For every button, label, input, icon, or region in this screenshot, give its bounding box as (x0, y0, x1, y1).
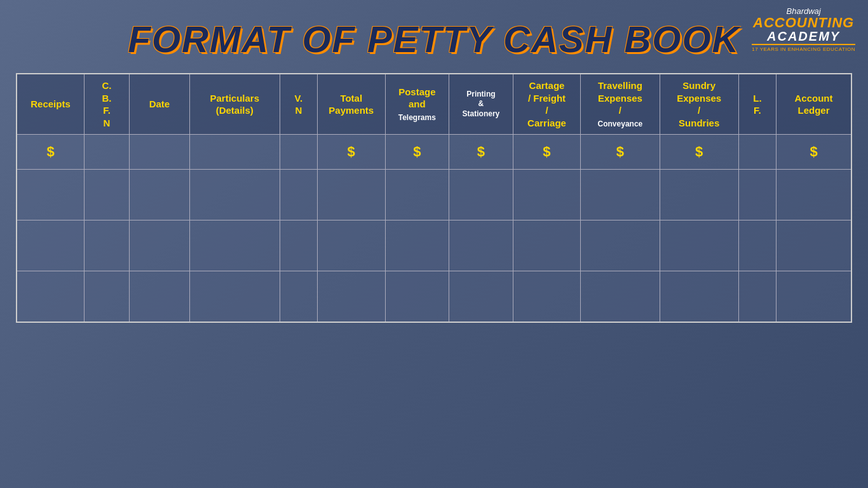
cell-total-dollar: $ (317, 135, 385, 170)
cell-lf-dollar (738, 135, 776, 170)
cell-postage-dollar: $ (385, 135, 449, 170)
table-row-empty-3 (17, 271, 851, 322)
logo-accounting: ACCOUNTING (752, 16, 855, 30)
col-header-sundry: SundryExpenses/Sundries (660, 74, 738, 135)
cell-empty (660, 271, 738, 322)
cell-empty (189, 170, 280, 220)
col-header-lf: L.F. (738, 74, 776, 135)
col-header-receipts: Receipts (17, 74, 85, 135)
petty-cash-table: Receipts C.B.F.N Date Particulars(Detail… (16, 73, 852, 323)
col-header-printing: Printing&Stationery (449, 74, 513, 135)
cell-empty (513, 170, 581, 220)
col-header-cbfn: C.B.F.N (85, 74, 130, 135)
cell-empty (317, 170, 385, 220)
col-header-account: AccountLedger (776, 74, 851, 135)
cell-empty (776, 220, 851, 271)
cell-empty (280, 220, 317, 271)
cell-empty (776, 271, 851, 322)
col-header-particulars: Particulars(Details) (189, 74, 280, 135)
cell-empty (660, 170, 738, 220)
logo-academy: ACADEMY (752, 30, 855, 43)
cell-empty (17, 170, 85, 220)
cell-printing-dollar: $ (449, 135, 513, 170)
cell-empty (17, 271, 85, 322)
cell-travelling-dollar: $ (581, 135, 660, 170)
cell-empty (280, 170, 317, 220)
cell-account-dollar: $ (776, 135, 851, 170)
cell-empty (513, 220, 581, 271)
cell-empty (581, 170, 660, 220)
col-header-postage: PostageandTelegrams (385, 74, 449, 135)
col-header-cartage: Cartage/ Freight/Carriage (513, 74, 581, 135)
cell-empty (85, 220, 130, 271)
cell-empty (449, 271, 513, 322)
table-container: Receipts C.B.F.N Date Particulars(Detail… (16, 73, 852, 323)
table-row-dollar: $ $ $ $ $ $ $ $ (17, 135, 851, 170)
cell-empty (738, 271, 776, 322)
cell-empty (581, 220, 660, 271)
cell-empty (130, 170, 190, 220)
cell-empty (385, 170, 449, 220)
page-title: FORMAT OF PETTY CASH BOOK (0, 0, 868, 73)
cell-empty (449, 170, 513, 220)
table-row-empty-1 (17, 170, 851, 220)
cell-empty (776, 170, 851, 220)
cell-empty (660, 220, 738, 271)
cell-cbfn-dollar (85, 135, 130, 170)
cell-empty (189, 271, 280, 322)
cell-empty (738, 220, 776, 271)
col-header-vn: V.N (280, 74, 317, 135)
logo-area: Bhardwaj ACCOUNTING ACADEMY 17 YEARS IN … (752, 6, 855, 52)
cell-vn-dollar (280, 135, 317, 170)
cell-empty (513, 271, 581, 322)
cell-cartage-dollar: $ (513, 135, 581, 170)
table-row-empty-2 (17, 220, 851, 271)
cell-empty (385, 271, 449, 322)
cell-receipts-dollar: $ (17, 135, 85, 170)
cell-empty (280, 271, 317, 322)
cell-empty (317, 220, 385, 271)
logo-tagline: 17 YEARS IN ENHANCING EDUCATION (752, 46, 855, 52)
cell-empty (130, 220, 190, 271)
cell-empty (85, 271, 130, 322)
cell-empty (189, 220, 280, 271)
cell-date-dollar (130, 135, 190, 170)
cell-empty (738, 170, 776, 220)
cell-empty (317, 271, 385, 322)
col-header-date: Date (130, 74, 190, 135)
cell-empty (17, 220, 85, 271)
cell-empty (385, 220, 449, 271)
col-header-total: TotalPayments (317, 74, 385, 135)
cell-empty (130, 271, 190, 322)
col-header-travelling: TravellingExpenses/Conveyance (581, 74, 660, 135)
cell-particulars-dollar (189, 135, 280, 170)
cell-empty (85, 170, 130, 220)
cell-empty (581, 271, 660, 322)
cell-empty (449, 220, 513, 271)
cell-sundry-dollar: $ (660, 135, 738, 170)
